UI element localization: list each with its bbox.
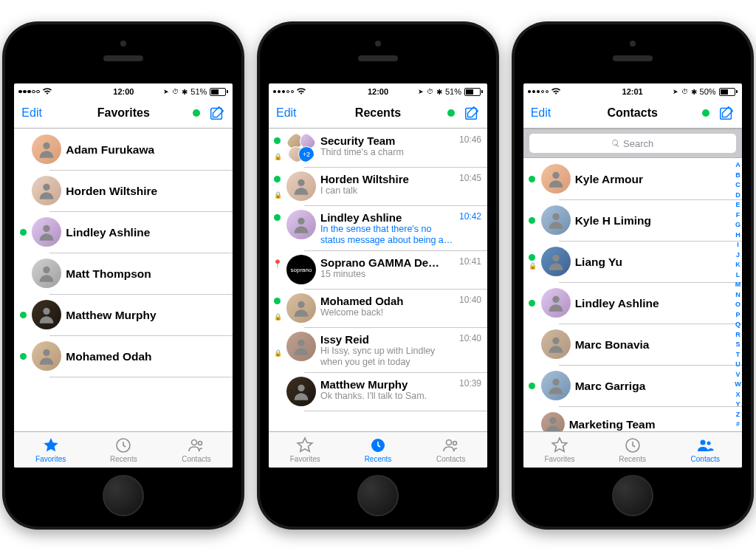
- index-letter[interactable]: F: [735, 211, 741, 219]
- list-item[interactable]: Matthew Murphy: [14, 294, 233, 335]
- list-item[interactable]: Kyle Armour: [523, 158, 742, 199]
- list-item[interactable]: Marc Garriga: [523, 365, 742, 406]
- tab-recents[interactable]: Recents: [87, 432, 160, 468]
- group-count-badge: +2: [298, 146, 315, 162]
- compose-button[interactable]: [464, 105, 480, 121]
- list-item[interactable]: Adam Furukawa: [14, 129, 233, 170]
- index-letter[interactable]: Z: [735, 411, 741, 419]
- contact-name: Security Team: [320, 134, 455, 147]
- edit-button[interactable]: Edit: [21, 106, 42, 120]
- index-letter[interactable]: B: [735, 171, 741, 179]
- status-time: 12:00: [368, 87, 388, 96]
- index-letter[interactable]: D: [735, 191, 741, 199]
- index-letter[interactable]: T: [735, 351, 741, 359]
- alarm-icon: ⏱: [427, 88, 433, 95]
- edit-button[interactable]: Edit: [531, 106, 551, 120]
- tab-contacts[interactable]: Contacts: [160, 432, 233, 468]
- tab-recents[interactable]: Recents: [596, 432, 669, 468]
- phone-frame: 12:00 ➤ ⏱ ✱ 51% Edit Recents: [257, 21, 499, 530]
- alpha-index[interactable]: ABCDEFGHIJKLMNOPQRSTUVWXYZ#: [735, 161, 741, 428]
- index-letter[interactable]: Y: [735, 400, 741, 408]
- svg-point-5: [44, 308, 50, 315]
- list-item[interactable]: Mohamed Odah: [14, 335, 233, 377]
- compose-button[interactable]: [718, 105, 735, 121]
- index-letter[interactable]: X: [735, 391, 741, 399]
- tab-favorites[interactable]: Favorites: [523, 432, 597, 468]
- index-letter[interactable]: #: [735, 420, 741, 428]
- location-icon: ➤: [418, 88, 424, 95]
- tab-favorites[interactable]: Favorites: [269, 432, 342, 468]
- presence-icon: [529, 176, 535, 182]
- index-letter[interactable]: P: [735, 311, 741, 319]
- timestamp: 10:40: [459, 332, 481, 343]
- list-item[interactable]: Matthew Murphy Ok thanks. I'll talk to S…: [269, 372, 487, 411]
- lock-icon: 🔒: [274, 153, 281, 160]
- home-button[interactable]: [612, 475, 653, 516]
- index-letter[interactable]: H: [735, 231, 741, 239]
- lock-icon: 🔒: [274, 313, 281, 321]
- tab-contacts[interactable]: Contacts: [669, 432, 742, 468]
- camera-dot: [120, 41, 126, 47]
- index-letter[interactable]: J: [735, 251, 741, 259]
- presence-icon: [20, 312, 27, 318]
- edit-button[interactable]: Edit: [276, 106, 297, 120]
- lock-icon: 🔒: [274, 349, 281, 357]
- index-letter[interactable]: I: [735, 241, 741, 249]
- index-letter[interactable]: L: [735, 271, 741, 279]
- index-letter[interactable]: O: [735, 301, 741, 309]
- contact-name: Soprano GAMMA De…: [320, 256, 455, 269]
- status-bar: 12:01 ➤ ⏱ ✱ 50%: [523, 83, 742, 98]
- list-item[interactable]: 🔒 Liang Yu: [523, 241, 742, 282]
- list-item[interactable]: Kyle H Liming: [523, 199, 742, 241]
- tab-contacts[interactable]: Contacts: [414, 432, 487, 468]
- index-letter[interactable]: U: [735, 360, 741, 369]
- list-item[interactable]: 📍 soprano Soprano GAMMA De… 15 minutes 1…: [269, 250, 487, 289]
- index-letter[interactable]: V: [735, 371, 741, 379]
- index-letter[interactable]: C: [735, 181, 741, 189]
- signal-dots-icon: [18, 90, 40, 94]
- presence-icon: [529, 383, 535, 389]
- index-letter[interactable]: K: [735, 261, 741, 269]
- index-letter[interactable]: M: [735, 281, 741, 289]
- index-letter[interactable]: S: [735, 340, 741, 349]
- list-item[interactable]: Lindley Ashline: [14, 211, 233, 253]
- list-item[interactable]: 🔒 +2 Security Team Third time's a charm …: [269, 129, 487, 167]
- list-item[interactable]: 🔒 Horden Wiltshire I can talk 10:45: [269, 167, 487, 205]
- contacts-list[interactable]: Kyle Armour Kyle H Liming 🔒 Liang Yu: [523, 158, 742, 431]
- message-preview: Hi Issy, sync up with Lindley when you g…: [320, 346, 455, 368]
- list-item[interactable]: Marc Bonavia: [523, 324, 742, 365]
- list-item[interactable]: 🔒 Mohamed Odah Welcome back! 10:40: [269, 289, 487, 327]
- list-item[interactable]: Lindley Ashline In the sense that there'…: [269, 205, 487, 250]
- svg-point-23: [552, 296, 559, 303]
- screen: 12:01 ➤ ⏱ ✱ 50% Edit Contacts: [523, 83, 742, 468]
- index-letter[interactable]: N: [735, 291, 741, 299]
- search-input[interactable]: Search: [529, 134, 736, 153]
- index-letter[interactable]: W: [735, 380, 741, 389]
- tab-favorites[interactable]: Favorites: [14, 432, 87, 468]
- online-indicator-icon: [702, 109, 709, 117]
- battery-icon: [210, 88, 228, 96]
- avatar: [541, 329, 571, 359]
- avatar: [32, 134, 61, 164]
- index-letter[interactable]: A: [735, 161, 741, 169]
- recents-list[interactable]: 🔒 +2 Security Team Third time's a charm …: [269, 129, 487, 431]
- timestamp: 10:42: [459, 210, 481, 222]
- list-item[interactable]: Horden Wiltshire: [14, 170, 233, 211]
- home-button[interactable]: [103, 475, 144, 516]
- favorites-list[interactable]: Adam Furukawa Horden Wiltshire Lindley A…: [14, 129, 233, 431]
- index-letter[interactable]: E: [735, 201, 741, 209]
- list-item[interactable]: Marketing Team: [523, 406, 742, 431]
- list-item[interactable]: 🔒 Issy Reid Hi Issy, sync up with Lindle…: [269, 327, 487, 372]
- contact-name: Liang Yu: [575, 256, 736, 268]
- phone-frame: 12:00 ➤ ⏱ ✱ 51% Edit Favorites: [2, 21, 244, 530]
- home-button[interactable]: [357, 475, 399, 516]
- signal-dots-icon: [273, 90, 295, 94]
- index-letter[interactable]: Q: [735, 321, 741, 329]
- tab-label: Favorites: [290, 455, 320, 463]
- list-item[interactable]: Matt Thompson: [14, 253, 233, 294]
- tab-recents[interactable]: Recents: [342, 432, 415, 468]
- index-letter[interactable]: G: [735, 221, 741, 229]
- index-letter[interactable]: R: [735, 331, 741, 339]
- compose-button[interactable]: [209, 105, 225, 121]
- list-item[interactable]: Lindley Ashline: [523, 282, 742, 324]
